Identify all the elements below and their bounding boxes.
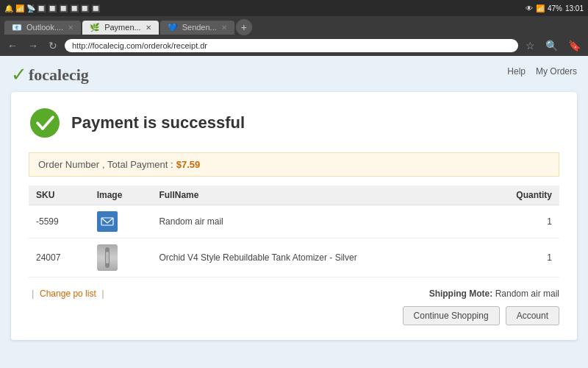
- payment-success-icon: [29, 107, 61, 139]
- bookmark-star-button[interactable]: ☆: [523, 38, 538, 53]
- row1-image: [90, 205, 152, 238]
- tab-senden-close[interactable]: ✕: [221, 24, 227, 32]
- pipe-left: |: [32, 288, 34, 299]
- tab-senden-favicon: 💙: [168, 23, 178, 32]
- svg-point-0: [30, 108, 60, 138]
- status-bar: 🔔 📶 📡 🔲 🔲 🔲 🔲 🔲 🔲 👁 📶 47% 13:01: [0, 0, 588, 16]
- tab-senden[interactable]: 💙 Senden... ✕: [160, 21, 234, 35]
- tab-payment[interactable]: 🌿 Paymen... ✕: [82, 21, 159, 35]
- logo-area: ✓ focalecig: [11, 63, 89, 86]
- forward-button[interactable]: →: [25, 38, 41, 53]
- row1-sku: -5599: [29, 205, 90, 238]
- tab-payment-label: Paymen...: [104, 23, 141, 32]
- order-info-row: Order Number , Total Payment : $7.59: [29, 152, 559, 177]
- bookmark-button[interactable]: 🔖: [565, 38, 584, 53]
- payment-header: Payment is successful: [29, 107, 559, 139]
- row2-quantity: 1: [481, 238, 559, 277]
- shipping-info: Shipping Mote: Random air mail: [429, 289, 559, 299]
- wifi-icon: 📶: [536, 4, 545, 13]
- tab-senden-label: Senden...: [182, 23, 217, 32]
- change-po-list-link[interactable]: Change po list: [40, 289, 96, 299]
- page-content: ✓ focalecig Help My Orders Payment is su…: [0, 56, 588, 368]
- total-payment-label: , Total Payment :: [102, 159, 173, 170]
- order-table: SKU Image FullName Quantity -5599 Random…: [29, 185, 559, 277]
- col-quantity: Quantity: [481, 185, 559, 205]
- refresh-button[interactable]: ↻: [46, 38, 60, 53]
- change-po-area: | Change po list |: [29, 288, 107, 299]
- eye-icon: 👁: [526, 4, 533, 13]
- tab-outlook-favicon: 📧: [12, 23, 22, 32]
- status-bar-right: 👁 📶 47% 13:01: [526, 4, 584, 13]
- row2-image: [90, 238, 152, 277]
- svg-rect-3: [106, 252, 109, 263]
- col-image: Image: [90, 185, 152, 205]
- browser-chrome: 📧 Outlook.... ✕ 🌿 Paymen... ✕ 💙 Senden..…: [0, 16, 588, 56]
- new-tab-button[interactable]: +: [236, 19, 252, 35]
- shipping-label: Shipping Mote:: [429, 289, 493, 299]
- clock: 13:01: [565, 4, 584, 13]
- continue-shopping-button[interactable]: Continue Shopping: [403, 306, 500, 325]
- product-image-atomizer: [97, 244, 118, 271]
- row2-sku: 24007: [29, 238, 90, 277]
- logo-text: focalecig: [29, 66, 89, 85]
- top-links: Help My Orders: [507, 66, 577, 77]
- order-number-label: Order Number: [38, 159, 99, 170]
- payment-title: Payment is successful: [71, 113, 245, 132]
- address-bar: ← → ↻ ☆ 🔍 🔖: [4, 38, 584, 53]
- top-nav: ✓ focalecig Help My Orders: [11, 63, 577, 86]
- row1-fullname: Random air mail: [151, 205, 481, 238]
- tab-outlook-label: Outlook....: [26, 23, 63, 32]
- my-orders-link[interactable]: My Orders: [536, 66, 577, 77]
- tab-outlook[interactable]: 📧 Outlook.... ✕: [4, 21, 81, 35]
- col-sku: SKU: [29, 185, 90, 205]
- search-button[interactable]: 🔍: [542, 38, 561, 53]
- logo-leaf-icon: ✓: [11, 63, 27, 86]
- product-image-airmail: [97, 211, 118, 232]
- back-button[interactable]: ←: [4, 38, 21, 53]
- row2-fullname: Orchid V4 Style Rebuildable Tank Atomize…: [151, 238, 481, 277]
- account-button[interactable]: Account: [506, 306, 559, 325]
- shipping-value: Random air mail: [495, 289, 559, 299]
- total-payment-value: $7.59: [176, 159, 201, 170]
- tab-bar: 📧 Outlook.... ✕ 🌿 Paymen... ✕ 💙 Senden..…: [4, 19, 584, 35]
- status-icons: 🔔 📶 📡 🔲 🔲 🔲 🔲 🔲 🔲: [4, 4, 100, 13]
- action-buttons: Continue Shopping Account: [29, 306, 559, 325]
- footer-row: | Change po list | Shipping Mote: Random…: [29, 288, 559, 299]
- status-bar-left: 🔔 📶 📡 🔲 🔲 🔲 🔲 🔲 🔲: [4, 4, 100, 13]
- col-fullname: FullName: [151, 185, 481, 205]
- tab-payment-close[interactable]: ✕: [146, 24, 151, 32]
- battery-level: 47%: [548, 4, 562, 13]
- url-input[interactable]: [65, 39, 518, 52]
- table-row: -5599 Random air mail 1: [29, 205, 559, 238]
- pipe-right: |: [101, 288, 104, 299]
- row1-quantity: 1: [481, 205, 559, 238]
- tab-payment-favicon: 🌿: [90, 23, 100, 32]
- table-row: 24007 Orchid V4 Style Rebuildable Tank A…: [29, 238, 559, 277]
- order-card: Payment is successful Order Number , Tot…: [11, 92, 577, 340]
- tab-outlook-close[interactable]: ✕: [68, 24, 74, 32]
- help-link[interactable]: Help: [507, 66, 526, 77]
- table-header-row: SKU Image FullName Quantity: [29, 185, 559, 205]
